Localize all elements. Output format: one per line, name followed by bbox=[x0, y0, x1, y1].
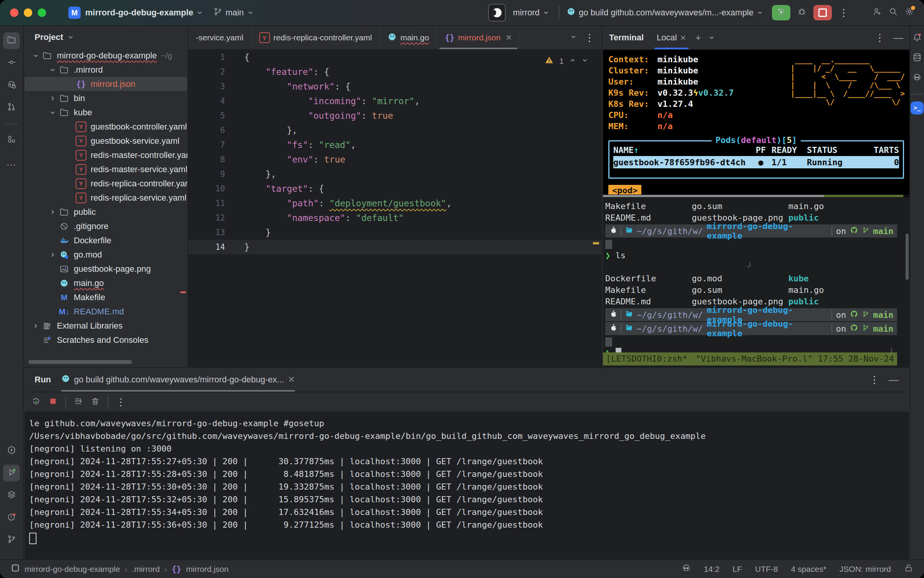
chevron-down-icon[interactable] bbox=[708, 34, 715, 41]
tree-item-guestbook-controller-yaml[interactable]: Yguestbook-controller.yaml bbox=[25, 120, 187, 134]
code-line-1[interactable]: 1{ bbox=[188, 50, 601, 65]
editor-tab--service-yaml[interactable]: -service.yaml bbox=[188, 26, 252, 49]
notifications-bell-tool-button[interactable] bbox=[911, 32, 924, 45]
shell-screen[interactable]: Makefile go.sum main.goREADME.md guestbo… bbox=[603, 198, 909, 368]
project-tool-button[interactable] bbox=[3, 32, 20, 49]
chevron-down-icon[interactable] bbox=[30, 52, 41, 59]
tree-item-scratches-and-consoles[interactable]: Scratches and Consoles bbox=[25, 333, 187, 347]
code-line-12[interactable]: 12 "namespace": "default" bbox=[188, 211, 601, 225]
tree-item-main-go[interactable]: main.go bbox=[25, 276, 187, 290]
hide-run-panel-button[interactable]: — bbox=[889, 374, 899, 386]
encoding[interactable]: UTF-8 bbox=[755, 565, 778, 574]
structure-tool-button[interactable] bbox=[3, 131, 20, 148]
run-configuration-dropdown[interactable]: go build github.com/waveywaves/m...-exam… bbox=[566, 7, 763, 18]
code-line-6[interactable]: 6 }, bbox=[188, 123, 601, 138]
run-console[interactable]: le github.com/waveywaves/mirrord-go-debu… bbox=[25, 412, 909, 546]
tree-item-bin[interactable]: bin bbox=[25, 91, 187, 105]
code-line-13[interactable]: 13 } bbox=[188, 225, 601, 240]
file-type[interactable]: JSON: mirrord bbox=[840, 565, 891, 574]
breadcrumb-item[interactable]: .mirrord bbox=[132, 565, 160, 574]
search-button[interactable] bbox=[889, 7, 898, 18]
code-line-14[interactable]: 14} bbox=[188, 240, 601, 254]
col-ready[interactable]: READY bbox=[772, 145, 807, 155]
prev-problem-button[interactable] bbox=[569, 56, 576, 66]
more-actions-button[interactable]: ⋮ bbox=[839, 8, 849, 18]
tree-item-redis-master-service-yaml[interactable]: Yredis-master-service.yaml bbox=[25, 162, 187, 176]
mirrord-dropdown[interactable]: mirrord bbox=[513, 8, 550, 18]
rerun-button[interactable] bbox=[31, 397, 41, 407]
tree-item-guestbook-page-png[interactable]: guestbook-page.png bbox=[25, 262, 187, 276]
tree-item-mirrord-go-debug-example[interactable]: mirrord-go-debug-example~/g bbox=[25, 48, 187, 63]
copilot-chat-tool-button[interactable]: ? bbox=[3, 77, 20, 94]
tree-item-mirrord-json[interactable]: {}mirrord.json bbox=[25, 77, 187, 91]
tree-item-makefile[interactable]: MMakefile bbox=[25, 290, 187, 304]
chevron-down-icon[interactable] bbox=[47, 66, 58, 73]
commit-tool-button[interactable] bbox=[3, 55, 20, 71]
minimize-window-button[interactable] bbox=[24, 8, 32, 17]
col-restarts[interactable]: TARTS bbox=[868, 145, 899, 155]
tree-item-redis-replica-service-yaml[interactable]: Yredis-replica-service.yaml bbox=[25, 191, 187, 205]
chevron-right-icon[interactable] bbox=[47, 95, 58, 102]
col-pf[interactable]: PF bbox=[750, 145, 772, 155]
code-line-4[interactable]: 4 "incoming": "mirror", bbox=[188, 94, 601, 108]
stop-button[interactable] bbox=[48, 397, 58, 407]
breadcrumb-item[interactable]: mirrord.json bbox=[186, 565, 229, 574]
new-terminal-button[interactable]: + bbox=[695, 32, 701, 44]
terminal-tab-local[interactable]: Local ✕ bbox=[654, 26, 689, 49]
code-line-10[interactable]: 10 "target": { bbox=[188, 181, 601, 196]
close-icon[interactable]: ✕ bbox=[680, 33, 686, 42]
code-line-11[interactable]: 11 "path": "deployment/guestbook", bbox=[188, 196, 601, 211]
tree-item-dockerfile[interactable]: Dockerfile bbox=[25, 233, 187, 247]
chevron-right-icon[interactable] bbox=[47, 251, 58, 258]
pod-row-selected[interactable]: guestbook-78f659fb96-dt4ch●1/1Running0 bbox=[613, 156, 899, 168]
run-tab[interactable]: go build github.com/waveywaves/mirrord-g… bbox=[61, 368, 295, 392]
copilot-tool-button[interactable] bbox=[911, 71, 924, 85]
tree-item-redis-master-controller-yar[interactable]: Yredis-master-controller.yar bbox=[25, 148, 187, 162]
inspection-widget[interactable]: 1 bbox=[545, 55, 588, 66]
code-line-8[interactable]: 8 "env": true bbox=[188, 152, 601, 167]
terminal-scrollbar[interactable] bbox=[906, 234, 909, 280]
copilot-status-icon[interactable] bbox=[682, 563, 691, 575]
chevron-right-icon[interactable] bbox=[47, 209, 58, 216]
code-line-3[interactable]: 3 "network": { bbox=[188, 79, 601, 94]
editor-tab-redis-replica-controller-yaml[interactable]: Yredis-replica-controller.yaml bbox=[252, 26, 380, 49]
hide-terminal-button[interactable]: — bbox=[893, 32, 903, 44]
tree-item-public[interactable]: public bbox=[25, 205, 187, 219]
col-name[interactable]: NAME↑ bbox=[613, 145, 750, 155]
terminal-tool-button[interactable]: >_ bbox=[911, 101, 924, 115]
mirrord-button[interactable] bbox=[488, 4, 506, 22]
close-icon[interactable]: ✕ bbox=[505, 33, 512, 42]
project-panel-header[interactable]: Project bbox=[25, 26, 187, 48]
run-tool-button[interactable] bbox=[3, 465, 20, 482]
tree-item--mirrord[interactable]: .mirrord bbox=[25, 63, 187, 77]
next-problem-button[interactable] bbox=[581, 56, 588, 66]
chevron-right-icon[interactable] bbox=[30, 322, 41, 329]
close-window-button[interactable] bbox=[10, 8, 18, 17]
breadcrumb-item[interactable]: mirrord-go-debug-example bbox=[25, 565, 120, 574]
tab-options-button[interactable]: ⋮ bbox=[585, 33, 594, 43]
horizontal-scrollbar[interactable] bbox=[28, 360, 132, 364]
scroll-end-button[interactable] bbox=[74, 397, 83, 407]
tree-item-go-mod[interactable]: go.mod bbox=[25, 247, 187, 262]
git-branch-tool-button[interactable] bbox=[3, 531, 20, 548]
k9s-screen[interactable]: Context:minikubeCluster:minikubeUser:min… bbox=[603, 50, 909, 198]
code-line-7[interactable]: 7 "fs": "read", bbox=[188, 138, 601, 152]
chevron-down-icon[interactable] bbox=[47, 109, 58, 116]
tree-item-redis-replica-controller-yar[interactable]: Yredis-replica-controller.yar bbox=[25, 176, 187, 191]
tree-item-kube[interactable]: kube bbox=[25, 105, 187, 120]
database-tool-button[interactable] bbox=[911, 51, 924, 65]
close-icon[interactable]: ✕ bbox=[288, 375, 295, 385]
debug-button[interactable] bbox=[797, 7, 806, 18]
code-line-5[interactable]: 5 "outgoing": true bbox=[188, 108, 601, 123]
stop-button[interactable] bbox=[813, 5, 832, 20]
editor-tab-mirrord-json[interactable]: {}mirrord.json✕ bbox=[437, 26, 520, 49]
editor-tab-main-go[interactable]: main.go bbox=[380, 26, 437, 49]
vcs-widget[interactable]: main bbox=[213, 7, 254, 18]
lock-icon[interactable] bbox=[904, 563, 913, 575]
tree-item-readme-md[interactable]: M↓README.md bbox=[25, 304, 187, 319]
tree-item-guestbook-service-yaml[interactable]: Yguestbook-service.yaml bbox=[25, 134, 187, 148]
add-user-button[interactable] bbox=[873, 7, 882, 18]
settings-button[interactable] bbox=[905, 7, 914, 18]
indent-setting[interactable]: 4 spaces* bbox=[791, 565, 826, 574]
build-layers-tool-button[interactable] bbox=[3, 487, 20, 504]
